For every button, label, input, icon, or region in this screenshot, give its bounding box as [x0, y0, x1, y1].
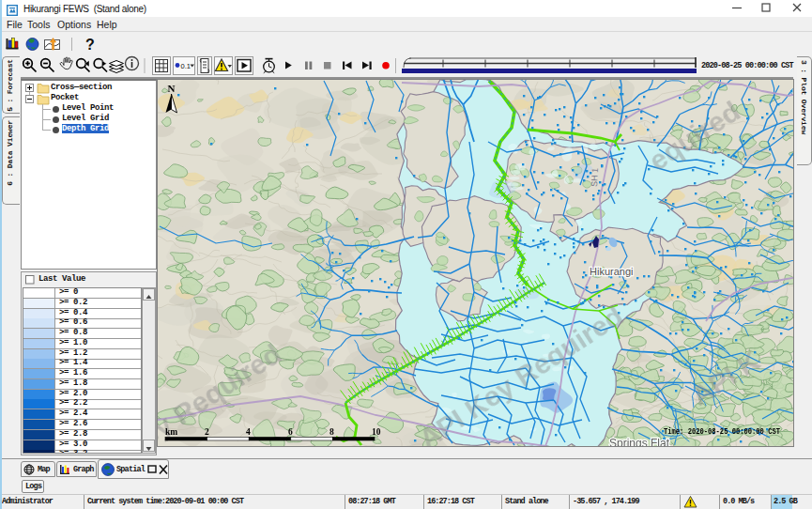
svg-text:?: ? [85, 37, 95, 53]
svg-text:N: N [168, 83, 176, 94]
svg-text:4: 4 [246, 427, 251, 437]
svg-text:6: 6 [288, 427, 293, 437]
svg-text:Springs Flat: Springs Flat [609, 437, 670, 446]
svg-text:0.1: 0.1 [181, 62, 191, 70]
svg-text:km: km [165, 427, 177, 437]
svg-text:8: 8 [329, 427, 334, 437]
svg-text:SH 1: SH 1 [590, 168, 600, 188]
svg-text:2: 2 [205, 427, 209, 437]
svg-text:10: 10 [372, 427, 381, 437]
svg-text:Hikurangi: Hikurangi [590, 266, 633, 277]
svg-text:Time: 2020-08-25 00:00:00 CST: Time: 2020-08-25 00:00:00 CST [664, 427, 780, 437]
